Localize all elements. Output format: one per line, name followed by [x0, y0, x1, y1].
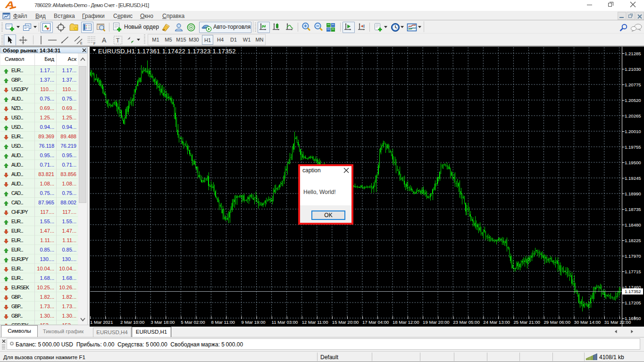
svg-text:EURUSD,H1 1.17361 1.17422 1.1: EURUSD,H1 1.17361 1.17422 1.17323 1.1735…: [98, 48, 236, 55]
svg-text:15 Mar 20:00: 15 Mar 20:00: [332, 320, 359, 325]
svg-text:1.21030: 1.21030: [625, 67, 641, 72]
svg-text:1.19245: 1.19245: [625, 176, 641, 181]
svg-text:1.20010: 1.20010: [625, 129, 641, 134]
svg-text:F: F: [93, 42, 95, 45]
svg-text:1.18990: 1.18990: [625, 191, 641, 196]
svg-text:2 Mar 10:00: 2 Mar 10:00: [120, 320, 144, 325]
svg-text:1.19755: 1.19755: [625, 144, 641, 150]
svg-text:1.20520: 1.20520: [625, 98, 641, 103]
svg-text:1.17715: 1.17715: [625, 269, 641, 274]
svg-text:1 Mar 2021: 1 Mar 2021: [90, 320, 113, 325]
svg-text:11 Mar 03:00: 11 Mar 03:00: [272, 320, 298, 325]
svg-text:E: E: [80, 42, 83, 45]
svg-text:T: T: [116, 37, 120, 44]
svg-text:1.18735: 1.18735: [625, 207, 641, 212]
svg-text:12 Mar 11:00: 12 Mar 11:00: [302, 320, 328, 325]
svg-text:1.21285: 1.21285: [625, 51, 641, 56]
svg-text:17 Mar 04:00: 17 Mar 04:00: [362, 320, 389, 325]
svg-text:24 Mar 13:00: 24 Mar 13:00: [483, 320, 510, 325]
svg-text:19 Mar 20:00: 19 Mar 20:00: [423, 320, 450, 325]
svg-text:1.18225: 1.18225: [625, 238, 641, 243]
svg-text:1.17205: 1.17205: [625, 300, 641, 305]
svg-text:1.17352: 1.17352: [625, 289, 641, 294]
svg-text:1.20775: 1.20775: [625, 82, 641, 87]
svg-text:5 Mar 02:00: 5 Mar 02:00: [181, 320, 205, 325]
svg-text:3 Mar 18:00: 3 Mar 18:00: [151, 320, 175, 325]
svg-text:30 Mar 14:00: 30 Mar 14:00: [574, 320, 601, 325]
svg-text:1.19500: 1.19500: [625, 160, 641, 165]
svg-text:31 Mar 22:00: 31 Mar 22:00: [604, 320, 631, 325]
svg-text:8 Mar 11:00: 8 Mar 11:00: [211, 320, 234, 325]
svg-text:1.20265: 1.20265: [625, 113, 641, 118]
svg-text:A: A: [102, 36, 107, 44]
svg-text:1.17970: 1.17970: [625, 253, 641, 259]
svg-text:23 Mar 05:00: 23 Mar 05:00: [453, 320, 480, 325]
svg-text:25 Mar 21:00: 25 Mar 21:00: [513, 320, 540, 325]
svg-text:18 Mar 12:00: 18 Mar 12:00: [393, 320, 419, 325]
svg-text:9 Mar 19:00: 9 Mar 19:00: [242, 320, 266, 325]
svg-text:29 Mar 06:00: 29 Mar 06:00: [544, 320, 571, 325]
svg-text:1.18480: 1.18480: [625, 222, 641, 227]
